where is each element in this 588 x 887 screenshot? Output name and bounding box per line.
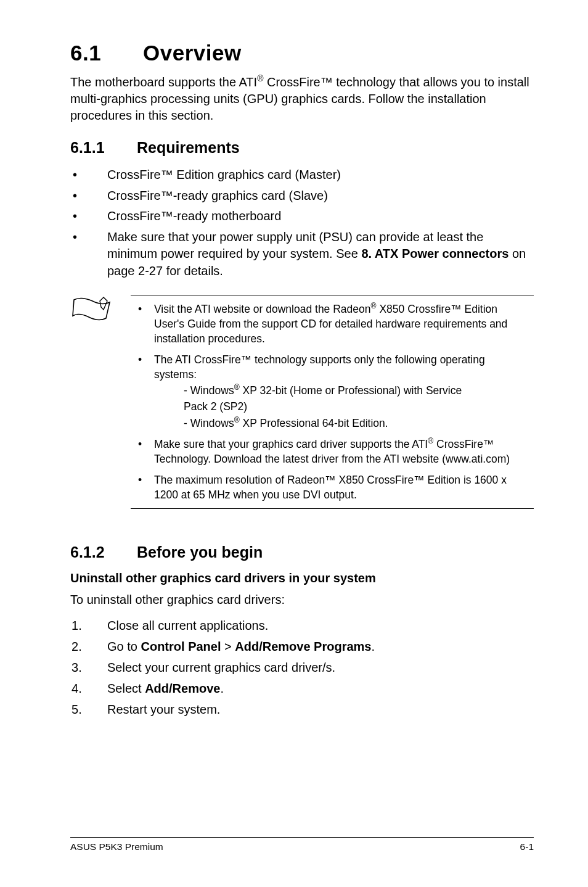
note-content: Visit the ATI website or download the Ra…: [131, 295, 534, 510]
registered-mark: ®: [257, 73, 263, 83]
note-callout: Visit the ATI website or download the Ra…: [70, 295, 534, 510]
registered-mark: ®: [371, 302, 377, 310]
note-text: The maximum resolution of Radeon™ X850 C…: [154, 474, 507, 501]
bold-ref: 8. ATX Power connectors: [361, 247, 508, 260]
subsection-title: Before you begin: [137, 543, 263, 561]
registered-mark: ®: [234, 383, 240, 392]
note-item: The maximum resolution of Radeon™ X850 C…: [131, 472, 530, 502]
steps-list: Close all current applications. Go to Co…: [70, 617, 534, 718]
note-item: Make sure that your graphics card driver…: [131, 437, 530, 466]
page-title: 6.1Overview: [70, 41, 534, 65]
section-title: Overview: [143, 41, 242, 65]
bold-text: Control Panel: [141, 640, 221, 653]
step-item: Go to Control Panel > Add/Remove Program…: [70, 638, 534, 655]
list-item: CrossFire™-ready motherboard: [70, 208, 534, 225]
note-icon: [70, 295, 113, 323]
note-text: XP 32-bit (Home or Professional) with Se…: [240, 384, 462, 397]
page-footer: ASUS P5K3 Premium 6-1: [70, 837, 534, 852]
note-item: Visit the ATI website or download the Ra…: [131, 302, 530, 346]
step-text: Select your current graphics card driver…: [107, 661, 335, 674]
intro-paragraph: The motherboard supports the ATI® CrossF…: [70, 74, 534, 124]
bold-text: Add/Remove: [145, 682, 220, 695]
lead-text: To uninstall other graphics card drivers…: [70, 592, 534, 608]
step-text: .: [371, 640, 375, 653]
page: 6.1Overview The motherboard supports the…: [0, 0, 588, 887]
note-subitem: - Windows® XP Professional 64-bit Editio…: [154, 416, 530, 431]
subsection-title: Requirements: [137, 139, 240, 156]
list-item: CrossFire™ Edition graphics card (Master…: [70, 167, 534, 184]
note-text: Pack 2 (SP2): [184, 400, 247, 413]
note-item: The ATI CrossFire™ technology supports o…: [131, 352, 530, 431]
list-text: CrossFire™ Edition graphics card (Master…: [107, 168, 341, 181]
note-text: - Windows: [184, 384, 234, 397]
list-item: Make sure that your power supply unit (P…: [70, 229, 534, 280]
note-text: Visit the ATI website or download the Ra…: [154, 303, 371, 315]
registered-mark: ®: [234, 416, 240, 424]
note-text: Make sure that your graphics card driver…: [154, 438, 428, 450]
note-text: The ATI CrossFire™ technology supports o…: [154, 353, 485, 381]
list-text: CrossFire™-ready motherboard: [107, 209, 281, 223]
bold-text: Add/Remove Programs: [235, 640, 371, 653]
list-text: CrossFire™-ready graphics card (Slave): [107, 189, 328, 202]
step-item: Restart your system.: [70, 701, 534, 718]
section-number: 6.1: [70, 41, 143, 65]
note-text: XP Professional 64-bit Edition.: [240, 417, 388, 429]
intro-pre: The motherboard supports the ATI: [70, 75, 257, 89]
subsection-number: 6.1.2: [70, 543, 137, 561]
step-text: >: [221, 640, 235, 653]
step-text: Close all current applications.: [107, 619, 268, 632]
step-text: Restart your system.: [107, 703, 220, 716]
registered-mark: ®: [428, 437, 433, 445]
step-item: Select Add/Remove.: [70, 680, 534, 697]
note-text: - Windows: [184, 417, 234, 429]
footer-right: 6-1: [520, 841, 534, 852]
subsection-heading: 6.1.2Before you begin: [70, 543, 534, 561]
note-list: Visit the ATI website or download the Ra…: [131, 302, 530, 503]
step-text: .: [220, 682, 224, 695]
note-subitem: Pack 2 (SP2): [154, 399, 530, 414]
note-subitem: - Windows® XP 32-bit (Home or Profession…: [154, 383, 530, 398]
subsection-heading: 6.1.1Requirements: [70, 139, 534, 157]
step-text: Select: [107, 682, 145, 695]
requirements-list: CrossFire™ Edition graphics card (Master…: [70, 167, 534, 280]
step-item: Close all current applications.: [70, 617, 534, 634]
step-item: Select your current graphics card driver…: [70, 659, 534, 676]
step-text: Go to: [107, 640, 141, 653]
subsection-number: 6.1.1: [70, 139, 137, 157]
sub-subheading: Uninstall other graphics card drivers in…: [70, 571, 534, 585]
list-item: CrossFire™-ready graphics card (Slave): [70, 188, 534, 205]
footer-left: ASUS P5K3 Premium: [70, 841, 163, 852]
